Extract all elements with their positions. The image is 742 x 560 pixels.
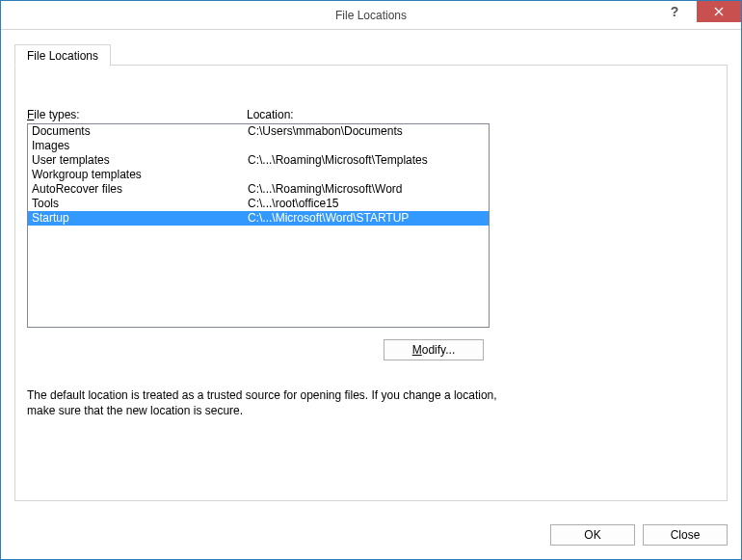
list-item-location: C:\...\Roaming\Microsoft\Templates <box>248 153 428 168</box>
list-item[interactable]: Workgroup templates <box>28 168 489 182</box>
close-button[interactable]: Close <box>643 524 728 546</box>
list-item-location: C:\...\root\office15 <box>248 197 339 211</box>
list-item-type: Tools <box>32 197 248 211</box>
list-item-type: Workgroup templates <box>32 168 248 182</box>
list-item[interactable]: Images <box>28 139 489 153</box>
dialog-window: File Locations ? File Locations <box>0 0 742 560</box>
list-item-location: C:\...\Roaming\Microsoft\Word <box>248 182 403 197</box>
tab-file-locations[interactable]: File Locations <box>14 44 111 67</box>
list-item-type: User templates <box>32 153 248 168</box>
list-item-location: C:\...\Microsoft\Word\STARTUP <box>248 211 409 226</box>
modify-row: Modify... <box>27 339 490 360</box>
modify-button[interactable]: Modify... <box>384 339 484 360</box>
close-icon <box>714 7 724 16</box>
list-item[interactable]: User templatesC:\...\Roaming\Microsoft\T… <box>28 153 489 168</box>
tab-strip: File Locations <box>14 44 113 67</box>
ok-button[interactable]: OK <box>550 524 635 546</box>
help-icon: ? <box>671 4 679 19</box>
list-item-type: Images <box>32 139 248 153</box>
column-headers: File types: Location: <box>27 108 715 121</box>
titlebar-controls: ? <box>652 1 741 22</box>
dialog-footer: OK Close <box>1 515 741 559</box>
titlebar: File Locations ? <box>1 1 741 30</box>
list-item[interactable]: ToolsC:\...\root\office15 <box>28 197 489 211</box>
file-locations-listbox[interactable]: DocumentsC:\Users\mmabon\DocumentsImages… <box>27 123 490 328</box>
list-item-type: Startup <box>32 211 248 226</box>
note-text: The default location is treated as a tru… <box>27 387 528 418</box>
list-item-type: Documents <box>32 124 248 139</box>
window-close-button[interactable] <box>697 1 741 22</box>
list-item-location: C:\Users\mmabon\Documents <box>248 124 403 139</box>
tab-panel: File Locations File types: Location: Doc… <box>14 65 728 501</box>
list-item[interactable]: AutoRecover filesC:\...\Roaming\Microsof… <box>28 182 489 197</box>
help-button[interactable]: ? <box>652 1 697 22</box>
window-title: File Locations <box>335 9 407 22</box>
client-area: File Locations File types: Location: Doc… <box>1 30 741 515</box>
header-location: Location: <box>247 108 294 121</box>
header-file-types: File types: <box>27 108 247 121</box>
list-item[interactable]: StartupC:\...\Microsoft\Word\STARTUP <box>28 211 489 226</box>
list-item-type: AutoRecover files <box>32 182 248 197</box>
list-item[interactable]: DocumentsC:\Users\mmabon\Documents <box>28 124 489 139</box>
